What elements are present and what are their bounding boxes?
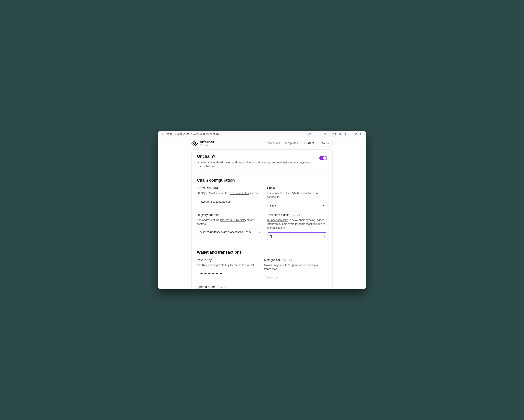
field-json-rpc-url: JSON-RPC URL HTTP(S). Must support the e… bbox=[197, 186, 263, 209]
trail-doc-link[interactable]: Number of blocks bbox=[267, 219, 288, 221]
chain-id-label: Chain ID bbox=[267, 186, 327, 190]
nav-templates[interactable]: Templates bbox=[284, 141, 298, 145]
registry-address-select[interactable]: 0x3B1554f346DFe5c482Bb4BA31b880c1C184121… bbox=[197, 228, 263, 236]
chain-config-title: Chain configuration bbox=[197, 178, 327, 183]
brand-logo-icon bbox=[192, 140, 198, 146]
ignored-label: Ignored errorsOptional bbox=[197, 285, 327, 289]
link-icon[interactable] bbox=[308, 132, 311, 136]
mail-icon[interactable] bbox=[333, 132, 336, 136]
gas-help: Maximum gas units to spend when sending … bbox=[264, 263, 327, 271]
svg-rect-5 bbox=[360, 133, 363, 135]
main-nav: Accounts Templates Clusters Darryl bbox=[268, 140, 332, 147]
camera-icon[interactable] bbox=[323, 132, 327, 136]
private-key-label: Private key bbox=[197, 258, 260, 262]
section-wallet: Wallet and transactions Private key The … bbox=[192, 245, 332, 289]
globe-icon[interactable] bbox=[339, 132, 342, 136]
section-chain-config: Chain configuration JSON-RPC URL HTTP(S)… bbox=[192, 173, 332, 245]
chevron-down-icon bbox=[323, 205, 324, 206]
chrome-divider bbox=[330, 132, 330, 136]
svg-point-1 bbox=[324, 134, 325, 134]
max-gas-input[interactable] bbox=[264, 274, 327, 281]
sidebar-toggle-icon[interactable] bbox=[360, 132, 363, 136]
browser-chrome: i http://localhost:4173/clusters/create bbox=[158, 131, 366, 137]
trail-label: Trail head blocksOptional bbox=[267, 213, 327, 217]
private-key-help: The 0x-prefixed private key for the node… bbox=[197, 263, 260, 267]
chain-id-help: The chain ID of the EVM-based network to… bbox=[267, 191, 327, 199]
download-icon[interactable] bbox=[317, 132, 321, 136]
field-private-key: Private key The 0x-prefixed private key … bbox=[197, 258, 260, 281]
wallet-title: Wallet and transactions bbox=[197, 250, 327, 255]
rpc-help: HTTP(S). Must support the eth_newFilter … bbox=[197, 191, 263, 195]
nav-clusters[interactable]: Clusters bbox=[302, 141, 314, 145]
app-window: i http://localhost:4173/clusters/create bbox=[158, 131, 366, 289]
field-registry-address: Registry address The address of the Infe… bbox=[197, 213, 263, 240]
section-onchain: Onchain? Whether this node will listen a… bbox=[192, 149, 332, 174]
rpc-url-input[interactable] bbox=[197, 198, 263, 205]
svg-point-4 bbox=[345, 133, 347, 135]
nav-accounts[interactable]: Accounts bbox=[268, 141, 280, 145]
page-info-icon[interactable]: i bbox=[161, 133, 164, 135]
trail-help: Number of blocks to delay chain syncing.… bbox=[267, 218, 327, 230]
chevron-down-icon bbox=[324, 236, 325, 237]
onchain-title: Onchain? bbox=[197, 154, 316, 159]
chevron-down-icon bbox=[258, 232, 260, 233]
registry-doc-link[interactable]: Infernet SDK Registry bbox=[220, 219, 246, 221]
registry-help: The address of the Infernet SDK Registry… bbox=[197, 218, 263, 226]
user-menu[interactable]: Darryl bbox=[319, 140, 332, 147]
gas-label: Max gas limitOptional bbox=[264, 258, 327, 262]
registry-label: Registry address bbox=[197, 213, 263, 217]
number-stepper[interactable] bbox=[323, 235, 326, 238]
form-card: Onchain? Whether this node will listen a… bbox=[192, 149, 332, 289]
onchain-toggle[interactable] bbox=[319, 156, 327, 160]
field-ignored-errors: Ignored errorsOptional Substrings of err… bbox=[197, 285, 327, 289]
extension-icon[interactable] bbox=[354, 132, 357, 136]
crosshair-icon[interactable] bbox=[345, 132, 348, 136]
rpc-label: JSON-RPC URL bbox=[197, 186, 263, 190]
field-chain-id: Chain ID The chain ID of the EVM-based n… bbox=[267, 186, 327, 209]
address-bar[interactable]: http://localhost:4173/clusters/create bbox=[167, 132, 220, 135]
svg-rect-2 bbox=[333, 133, 335, 135]
field-trail-head-blocks: Trail head blocksOptional Number of bloc… bbox=[267, 213, 327, 240]
app-header: Infernet CLOUD Accounts Templates Cluste… bbox=[192, 137, 332, 149]
chain-id-select[interactable]: 8453 bbox=[267, 202, 327, 209]
brand-subtitle: CLOUD bbox=[200, 145, 214, 147]
brand-title: Infernet bbox=[200, 140, 214, 144]
eth-newfilter-link[interactable]: eth_newFilter bbox=[230, 192, 249, 195]
private-key-input[interactable] bbox=[197, 270, 260, 277]
onchain-description: Whether this node will listen and respon… bbox=[197, 161, 316, 168]
trail-head-input[interactable]: 0 bbox=[267, 232, 327, 240]
chevron-up-icon bbox=[324, 236, 325, 236]
field-max-gas-limit: Max gas limitOptional Maximum gas units … bbox=[264, 258, 327, 281]
brand[interactable]: Infernet CLOUD bbox=[192, 140, 214, 147]
